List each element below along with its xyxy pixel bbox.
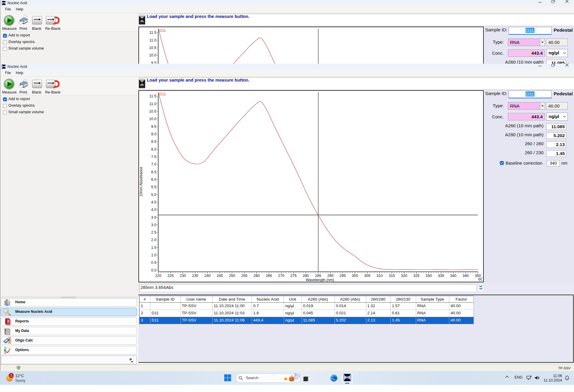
svg-text:290: 290 (327, 274, 334, 278)
svg-text:9.0: 9.0 (151, 132, 156, 136)
svg-text:5.5: 5.5 (151, 185, 156, 189)
svg-text:4.5: 4.5 (151, 200, 156, 204)
svg-text:2.5: 2.5 (151, 230, 156, 235)
svg-text:0.5: 0.5 (151, 261, 156, 265)
svg-text:275: 275 (290, 274, 297, 278)
svg-text:9.5: 9.5 (151, 125, 156, 129)
svg-text:7.5: 7.5 (151, 155, 156, 159)
svg-text:7.0: 7.0 (151, 162, 156, 166)
svg-text:3.0: 3.0 (151, 223, 156, 227)
svg-text:10.0: 10.0 (149, 117, 156, 121)
svg-text:8.5: 8.5 (151, 140, 156, 144)
svg-text:235: 235 (192, 274, 198, 278)
svg-text:6.5: 6.5 (151, 170, 156, 174)
svg-text:5.0: 5.0 (151, 193, 156, 197)
svg-text:250: 250 (229, 274, 235, 278)
svg-text:335: 335 (438, 274, 444, 278)
svg-text:2.0: 2.0 (151, 238, 156, 242)
svg-text:305: 305 (364, 274, 370, 278)
svg-text:230: 230 (180, 274, 186, 278)
svg-text:270: 270 (278, 274, 284, 278)
svg-text:4.0: 4.0 (151, 208, 156, 212)
svg-text:345: 345 (462, 274, 469, 278)
svg-text:330: 330 (426, 274, 432, 278)
svg-text:280: 280 (303, 274, 309, 278)
svg-text:Wavelength (nm): Wavelength (nm) (306, 278, 334, 282)
svg-text:225: 225 (167, 274, 174, 278)
svg-text:11.5: 11.5 (149, 94, 156, 98)
svg-text:6.0: 6.0 (151, 177, 156, 182)
svg-text:340: 340 (450, 274, 457, 278)
svg-text:310: 310 (376, 274, 383, 278)
svg-text:0.0: 0.0 (151, 268, 156, 272)
svg-text:10.5: 10.5 (149, 109, 156, 114)
svg-text:240: 240 (204, 274, 211, 278)
svg-text:255: 255 (241, 274, 248, 278)
svg-text:11.5: 11.5 (149, 30, 156, 35)
svg-text:300: 300 (352, 274, 358, 278)
svg-text:11.0: 11.0 (149, 102, 156, 106)
svg-text:320: 320 (401, 274, 407, 278)
svg-text:1.5: 1.5 (151, 246, 156, 250)
svg-text:295: 295 (340, 274, 346, 278)
svg-text:245: 245 (217, 274, 223, 278)
svg-text:11.0: 11.0 (149, 38, 156, 42)
svg-text:3.5: 3.5 (151, 215, 156, 220)
svg-text:325: 325 (413, 274, 419, 278)
svg-text:265: 265 (266, 274, 272, 278)
svg-text:220: 220 (155, 274, 161, 278)
svg-text:285: 285 (315, 274, 321, 278)
svg-text:1.0: 1.0 (151, 253, 156, 257)
svg-text:10.5: 10.5 (149, 46, 156, 50)
svg-text:D11: D11 (159, 28, 166, 33)
svg-text:8.0: 8.0 (151, 147, 156, 151)
svg-text:10mm Absorbance: 10mm Absorbance (139, 167, 143, 197)
svg-text:260: 260 (254, 274, 260, 278)
svg-text:315: 315 (389, 274, 395, 278)
svg-text:10.0: 10.0 (149, 53, 156, 57)
svg-text:D11: D11 (159, 92, 166, 96)
